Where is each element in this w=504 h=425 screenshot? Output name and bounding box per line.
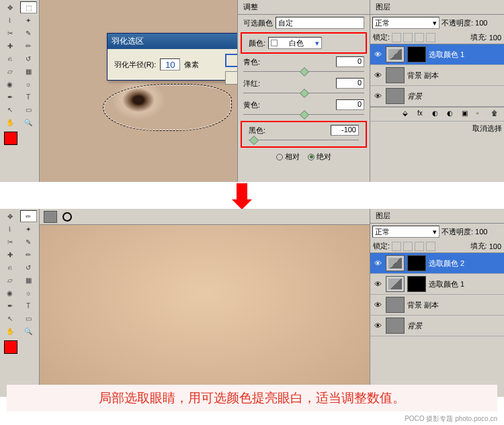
- mask-thumb[interactable]: [407, 255, 426, 271]
- visibility-icon[interactable]: 👁: [372, 280, 383, 288]
- opacity-value[interactable]: 100: [475, 19, 487, 27]
- blend-mode-select[interactable]: 正常▾: [372, 17, 439, 29]
- blend-mode-select[interactable]: 正常▾: [372, 226, 439, 238]
- layers-tab[interactable]: 图层: [370, 0, 504, 15]
- fill-value[interactable]: 100: [489, 34, 501, 42]
- lasso-tool[interactable]: ⌇: [1, 223, 18, 235]
- cancel-button[interactable]: 取消: [225, 71, 237, 85]
- stamp-tool[interactable]: ⎌: [1, 52, 18, 64]
- color-swatch[interactable]: [1, 340, 38, 361]
- lock-transparent-icon[interactable]: [392, 33, 401, 42]
- path-tool[interactable]: ↖: [1, 312, 18, 324]
- ok-button[interactable]: 确定: [225, 54, 237, 67]
- path-tool[interactable]: ↖: [1, 103, 18, 115]
- new-layer-icon[interactable]: ▫: [476, 109, 487, 119]
- layer-row[interactable]: 👁 背景 副本: [370, 295, 504, 316]
- eraser-tool[interactable]: ▱: [1, 65, 18, 77]
- fx-icon[interactable]: fx: [417, 109, 428, 119]
- method-select[interactable]: 自定: [276, 17, 364, 29]
- mask-thumb[interactable]: [407, 46, 426, 62]
- eyedropper-tool[interactable]: ✎: [20, 236, 37, 248]
- shape-tool[interactable]: ▭: [20, 103, 37, 115]
- visibility-icon[interactable]: 👁: [372, 259, 383, 267]
- canvas-eye[interactable]: 羽化选区 ✕ 羽化半径(R): 像素 确定 取消: [40, 0, 237, 182]
- mask-thumb[interactable]: [407, 276, 426, 292]
- dialog-titlebar[interactable]: 羽化选区 ✕: [108, 34, 237, 49]
- layers-panel-1: 图层 正常▾ 不透明度: 100 锁定: 填充: 100 👁 选取颜色 1 👁: [370, 0, 504, 182]
- magenta-slider[interactable]: 洋红:0: [238, 77, 370, 98]
- lock-pixels-icon[interactable]: [403, 242, 413, 251]
- relative-radio[interactable]: 相对: [276, 152, 300, 162]
- absolute-radio[interactable]: 绝对: [308, 152, 331, 162]
- canvas-face[interactable]: [40, 209, 370, 397]
- layer-row[interactable]: 👁 背景 副本: [370, 65, 504, 86]
- brush-tool[interactable]: ✏: [20, 40, 37, 52]
- adjustments-tab[interactable]: 调整: [238, 0, 370, 15]
- pen-tool[interactable]: ✒: [1, 91, 18, 103]
- fill-value[interactable]: 100: [489, 242, 501, 250]
- gradient-tool[interactable]: ▦: [20, 65, 37, 77]
- cyan-slider[interactable]: 青色:0: [238, 55, 370, 77]
- brush-tool[interactable]: ✏: [20, 248, 37, 261]
- dodge-tool[interactable]: ☼: [20, 287, 37, 299]
- wand-tool[interactable]: ✦: [20, 223, 37, 235]
- layers-tab[interactable]: 图层: [370, 209, 504, 224]
- visibility-icon[interactable]: 👁: [372, 322, 383, 330]
- eraser-tool[interactable]: ▱: [1, 274, 18, 286]
- lock-all-icon[interactable]: [426, 242, 435, 251]
- lock-all-icon[interactable]: [426, 33, 435, 42]
- move-tool[interactable]: ✥: [1, 1, 18, 13]
- zoom-tool[interactable]: 🔍: [20, 116, 37, 128]
- visibility-icon[interactable]: 👁: [372, 71, 383, 79]
- blur-tool[interactable]: ◉: [1, 78, 18, 90]
- history-tool[interactable]: ↺: [20, 52, 37, 64]
- marquee-tool[interactable]: ⬚: [20, 1, 37, 13]
- visibility-icon[interactable]: 👁: [372, 92, 383, 100]
- pen-tool[interactable]: ✒: [1, 299, 18, 312]
- brush-tool[interactable]: ✏: [20, 210, 37, 222]
- layer-row[interactable]: 👁 背景: [370, 86, 504, 107]
- layer-row[interactable]: 👁 选取颜色 2: [370, 253, 504, 274]
- radius-input[interactable]: [160, 58, 180, 70]
- wand-tool[interactable]: ✦: [20, 14, 37, 26]
- text-tool[interactable]: T: [20, 299, 37, 312]
- color-select[interactable]: 白色 ▾: [268, 37, 322, 49]
- lock-position-icon[interactable]: [415, 242, 424, 251]
- gradient-tool[interactable]: ▦: [20, 274, 37, 286]
- cancel-selection[interactable]: 取消选择: [370, 121, 504, 136]
- mask-icon[interactable]: ◐: [432, 109, 443, 119]
- stamp-tool[interactable]: ⎌: [1, 261, 18, 273]
- trash-icon[interactable]: 🗑: [491, 109, 502, 119]
- lasso-tool[interactable]: ⌇: [1, 14, 18, 26]
- color-swatch[interactable]: [1, 132, 38, 152]
- heal-tool[interactable]: ✚: [1, 40, 18, 52]
- layer-row[interactable]: 👁 背景: [370, 316, 504, 336]
- adjustment-icon[interactable]: ◐: [447, 109, 458, 119]
- eyedropper-tool[interactable]: ✎: [20, 27, 37, 39]
- dodge-tool[interactable]: ☼: [20, 78, 37, 90]
- text-tool[interactable]: T: [20, 91, 37, 103]
- move-tool[interactable]: ✥: [1, 210, 18, 222]
- yellow-slider[interactable]: 黄色:0: [238, 98, 370, 120]
- zoom-tool[interactable]: 🔍: [20, 325, 37, 337]
- folder-icon[interactable]: ▣: [462, 109, 472, 119]
- lock-pixels-icon[interactable]: [403, 33, 413, 42]
- visibility-icon[interactable]: 👁: [372, 301, 383, 309]
- layer-row[interactable]: 👁 选取颜色 1: [370, 274, 504, 295]
- crop-tool[interactable]: ✂: [1, 236, 18, 248]
- layer-row[interactable]: 👁 选取颜色 1: [370, 44, 504, 65]
- shape-tool[interactable]: ▭: [20, 312, 37, 324]
- black-slider[interactable]: 黑色:-100: [243, 124, 364, 145]
- mask-preview[interactable]: [44, 211, 57, 223]
- lock-transparent-icon[interactable]: [392, 242, 401, 251]
- history-tool[interactable]: ↺: [20, 261, 37, 273]
- visibility-icon[interactable]: 👁: [372, 50, 383, 58]
- blur-tool[interactable]: ◉: [1, 287, 18, 299]
- hand-tool[interactable]: ✋: [1, 116, 18, 128]
- link-icon[interactable]: ⬙: [403, 109, 413, 119]
- lock-position-icon[interactable]: [415, 33, 424, 42]
- opacity-value[interactable]: 100: [475, 228, 487, 236]
- crop-tool[interactable]: ✂: [1, 27, 18, 39]
- hand-tool[interactable]: ✋: [1, 325, 18, 337]
- heal-tool[interactable]: ✚: [1, 248, 18, 261]
